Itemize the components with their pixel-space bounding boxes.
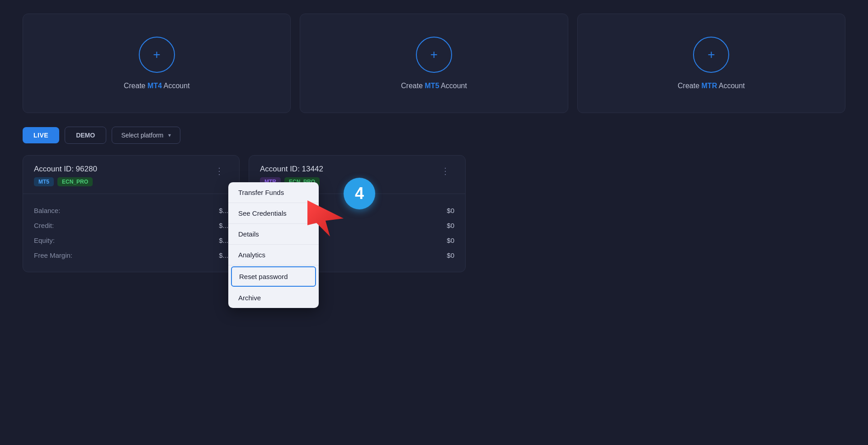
create-mt4-label: Create MT4 Account [124, 82, 190, 90]
account-cards-section: Account ID: 96280 MT5 ECN_PRO ⋮ Balance:… [23, 155, 845, 272]
select-platform-dropdown[interactable]: Select platform ▾ [112, 127, 180, 144]
credit-row-96280: Credit: $... [34, 218, 228, 233]
step-4-indicator: 4 [344, 178, 375, 209]
menu-item-analytics[interactable]: Analytics [228, 245, 319, 265]
create-cards-section: + Create MT4 Account + Create MT5 Accoun… [23, 14, 845, 113]
create-mt4-card[interactable]: + Create MT4 Account [23, 14, 291, 113]
plus-icon-mtr: + [693, 37, 729, 73]
svg-marker-0 [307, 200, 344, 237]
three-dots-13442[interactable]: ⋮ [437, 165, 454, 177]
balance-label: Balance: [34, 207, 60, 214]
create-mt5-label: Create MT5 Account [401, 82, 467, 90]
equity-label: Equity: [34, 237, 55, 244]
freemargin-value-96280: $... [219, 251, 228, 259]
freemargin-row-96280: Free Margin: $... [34, 248, 228, 263]
menu-item-archive[interactable]: Archive [228, 288, 319, 308]
menu-item-reset-password[interactable]: Reset password [231, 266, 316, 287]
account-card-96280: Account ID: 96280 MT5 ECN_PRO ⋮ Balance:… [23, 155, 240, 272]
create-mtr-label: Create MTR Account [678, 82, 745, 90]
credit-value-13442: $0 [447, 222, 454, 229]
freemargin-label: Free Margin: [34, 251, 72, 259]
create-mtr-card[interactable]: + Create MTR Account [577, 14, 845, 113]
demo-button[interactable]: DEMO [65, 127, 106, 144]
equity-value-13442: $0 [447, 237, 454, 244]
plus-icon-mt4: + [139, 37, 175, 73]
badge-mt5-96280: MT5 [34, 177, 54, 186]
equity-row-96280: Equity: $... [34, 233, 228, 248]
balance-value-96280: $... [219, 207, 228, 214]
balance-value-13442: $0 [447, 207, 454, 214]
account-id-96280: Account ID: 96280 [34, 165, 97, 174]
account-header-96280: Account ID: 96280 MT5 ECN_PRO ⋮ [23, 156, 239, 194]
credit-label: Credit: [34, 222, 54, 229]
live-button[interactable]: LIVE [23, 127, 59, 143]
select-platform-label: Select platform [121, 132, 163, 139]
freemargin-value-13442: $0 [447, 251, 454, 259]
account-body-96280: Balance: $... Credit: $... Equity: $... … [23, 194, 239, 272]
account-info-96280: Account ID: 96280 MT5 ECN_PRO [34, 165, 97, 186]
chevron-down-icon: ▾ [168, 132, 171, 138]
balance-row-96280: Balance: $... [34, 203, 228, 218]
account-id-13442: Account ID: 13442 [260, 165, 323, 174]
three-dots-96280[interactable]: ⋮ [211, 165, 228, 177]
credit-value-96280: $... [219, 222, 228, 229]
equity-value-96280: $... [219, 237, 228, 244]
create-mt5-card[interactable]: + Create MT5 Account [300, 14, 568, 113]
badge-ecn-96280: ECN_PRO [57, 177, 93, 186]
account-badges-96280: MT5 ECN_PRO [34, 177, 97, 186]
filter-bar: LIVE DEMO Select platform ▾ [23, 127, 845, 144]
plus-icon-mt5: + [416, 37, 452, 73]
